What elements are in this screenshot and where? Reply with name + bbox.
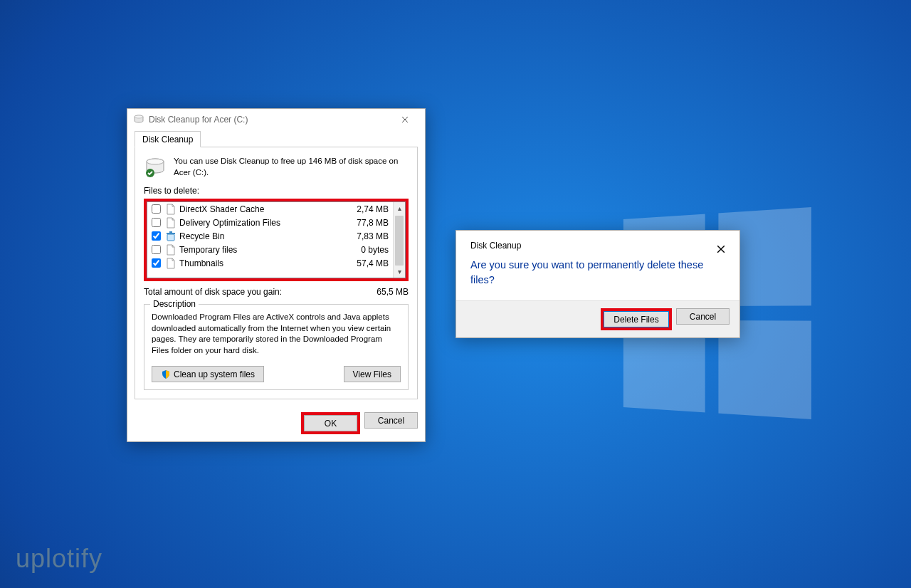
- svg-rect-6: [167, 233, 175, 234]
- file-name: DirectX Shader Cache: [179, 204, 351, 214]
- file-checkbox[interactable]: [152, 258, 161, 268]
- ok-label: OK: [325, 419, 337, 429]
- view-files-button[interactable]: View Files: [344, 366, 401, 382]
- shield-icon: [161, 369, 171, 379]
- file-checkbox[interactable]: [152, 245, 161, 254]
- total-space-value: 65,5 MB: [376, 287, 409, 297]
- description-text: Downloaded Program Files are ActiveX con…: [152, 312, 401, 359]
- info-text: You can use Disk Cleanup to free up 146 …: [174, 156, 409, 179]
- delete-files-label: Delete Files: [614, 315, 658, 325]
- confirm-title: Disk Cleanup: [470, 241, 717, 251]
- description-heading: Description: [150, 299, 199, 309]
- watermark: uplotify: [16, 544, 102, 574]
- file-item[interactable]: DirectX Shader Cache2,74 MB: [147, 202, 393, 216]
- confirm-close-button[interactable]: [717, 245, 725, 253]
- confirm-cancel-label: Cancel: [690, 312, 716, 322]
- title-text: Disk Cleanup for Acer (C:): [149, 115, 391, 125]
- confirm-text: Are you sure you want to permanently del…: [470, 258, 725, 288]
- disk-cleanup-icon: [133, 114, 144, 125]
- svg-rect-5: [167, 234, 174, 241]
- file-name: Recycle Bin: [179, 231, 351, 241]
- file-icon: [165, 258, 177, 269]
- file-icon: [165, 204, 177, 215]
- close-button[interactable]: [391, 110, 419, 130]
- file-item[interactable]: Delivery Optimization Files77,8 MB: [147, 216, 393, 229]
- highlight-files-list: DirectX Shader Cache2,74 MBDelivery Opti…: [144, 199, 409, 281]
- scrollbar[interactable]: ▴ ▾: [393, 202, 405, 278]
- file-checkbox[interactable]: [152, 218, 161, 227]
- confirm-dialog: Disk Cleanup Are you sure you want to pe…: [456, 230, 740, 338]
- highlight-delete-files: Delete Files: [601, 308, 672, 330]
- file-checkbox[interactable]: [152, 204, 161, 214]
- file-icon: [165, 217, 177, 229]
- confirm-cancel-button[interactable]: Cancel: [676, 308, 730, 325]
- delete-files-button[interactable]: Delete Files: [604, 311, 669, 327]
- cancel-button[interactable]: Cancel: [364, 412, 418, 429]
- clean-up-system-files-button[interactable]: Clean up system files: [152, 366, 264, 382]
- file-size: 0 bytes: [361, 245, 389, 255]
- svg-point-1: [135, 115, 143, 118]
- svg-point-3: [147, 159, 164, 164]
- scroll-thumb[interactable]: [395, 216, 404, 266]
- file-item[interactable]: Recycle Bin7,83 MB: [147, 229, 393, 243]
- scroll-down-icon[interactable]: ▾: [394, 266, 405, 278]
- viewfiles-btn-label: View Files: [353, 369, 391, 379]
- file-size: 7,83 MB: [357, 231, 389, 241]
- files-listbox[interactable]: DirectX Shader Cache2,74 MBDelivery Opti…: [147, 201, 406, 278]
- highlight-ok: OK: [301, 412, 360, 434]
- scroll-up-icon[interactable]: ▴: [394, 202, 405, 214]
- tab-disk-cleanup[interactable]: Disk Cleanup: [135, 131, 201, 147]
- description-group: Description Downloaded Program Files are…: [144, 304, 409, 390]
- file-item[interactable]: Temporary files0 bytes: [147, 243, 393, 256]
- file-name: Thumbnails: [179, 258, 351, 268]
- files-to-delete-label: Files to delete:: [144, 186, 409, 196]
- ok-button[interactable]: OK: [304, 415, 357, 431]
- file-size: 2,74 MB: [357, 204, 389, 214]
- close-icon: [717, 245, 725, 253]
- disk-cleanup-dialog: Disk Cleanup for Acer (C:) Disk Cleanup …: [127, 108, 426, 442]
- file-name: Temporary files: [179, 245, 355, 255]
- cleanup-btn-label: Clean up system files: [174, 369, 255, 379]
- titlebar[interactable]: Disk Cleanup for Acer (C:): [127, 109, 425, 130]
- cancel-label: Cancel: [378, 416, 404, 426]
- recycle-bin-icon: [165, 231, 177, 242]
- tab-body: You can use Disk Cleanup to free up 146 …: [135, 147, 418, 399]
- file-name: Delivery Optimization Files: [179, 218, 351, 228]
- file-icon: [165, 244, 177, 256]
- total-space-label: Total amount of disk space you gain:: [144, 287, 376, 297]
- file-size: 77,8 MB: [357, 218, 389, 228]
- close-icon: [401, 116, 409, 123]
- svg-rect-7: [169, 231, 172, 233]
- file-size: 57,4 MB: [357, 258, 389, 268]
- file-checkbox[interactable]: [152, 231, 161, 241]
- disk-large-icon: [144, 156, 167, 179]
- file-item[interactable]: Thumbnails57,4 MB: [147, 256, 393, 270]
